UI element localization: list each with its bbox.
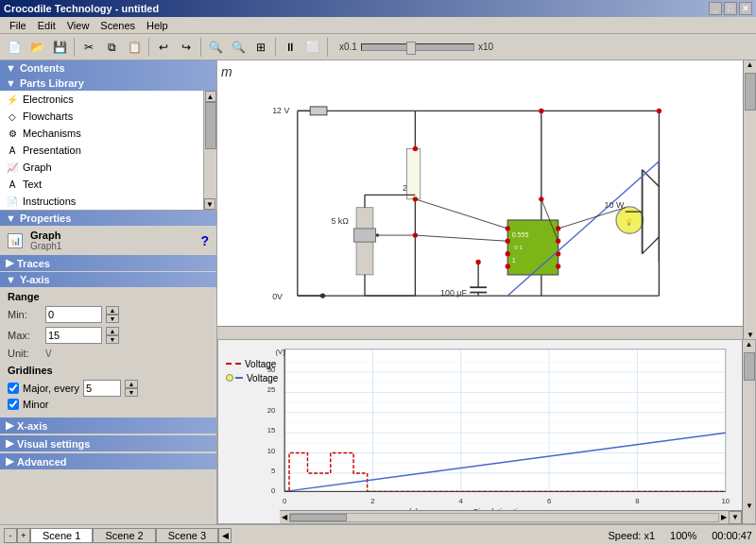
- circuit-hscroll[interactable]: [217, 326, 743, 339]
- graph-vscroll[interactable]: ▲ ▼: [742, 340, 755, 523]
- max-input[interactable]: [45, 327, 102, 344]
- graph-hscroll-right[interactable]: ▶: [719, 513, 729, 521]
- major-value-input[interactable]: [83, 380, 121, 397]
- canvas-area[interactable]: m 12 V: [217, 60, 756, 524]
- scene-tab-1[interactable]: Scene 1: [30, 528, 93, 543]
- scroll-up-btn[interactable]: ▲: [205, 91, 216, 102]
- gridlines-label: Gridlines: [8, 365, 209, 376]
- cut-button[interactable]: ✂: [78, 37, 99, 58]
- min-down-btn[interactable]: ▼: [106, 315, 119, 323]
- visual-settings-section[interactable]: ▶ Visual settings: [0, 435, 216, 451]
- redo-button[interactable]: ↪: [176, 37, 197, 58]
- minor-checkbox[interactable]: [8, 399, 19, 410]
- x-axis-dropdown[interactable]: ▼: [729, 511, 742, 524]
- scene-nav-right[interactable]: ◀: [218, 528, 232, 543]
- electronics-label: Electronics: [23, 94, 74, 105]
- speed-slider[interactable]: [361, 43, 474, 51]
- min-spinner: ▲ ▼: [106, 306, 119, 323]
- paste-button[interactable]: 📋: [124, 37, 145, 58]
- toolbar-separator-4: [275, 38, 276, 57]
- legend-dot-icon: [226, 374, 233, 382]
- menu-help[interactable]: Help: [141, 17, 174, 33]
- major-down-btn[interactable]: ▼: [125, 388, 138, 397]
- zoom-in-button[interactable]: 🔍: [205, 37, 226, 58]
- menu-edit[interactable]: Edit: [32, 17, 61, 33]
- toolbar-separator-3: [200, 38, 201, 57]
- left-panel: ▼ Contents ▼ Parts Library ⚡ Electronics…: [0, 60, 217, 524]
- max-down-btn[interactable]: ▼: [106, 335, 119, 344]
- menu-scenes[interactable]: Scenes: [94, 17, 141, 33]
- library-scrollbar[interactable]: ▲ ▼: [203, 91, 216, 210]
- properties-header: ▼ Properties: [0, 211, 216, 226]
- circuit-scroll-up[interactable]: ▲: [744, 60, 756, 69]
- scene-tab-2[interactable]: Scene 2: [93, 528, 155, 543]
- traces-section-header[interactable]: ▶ Traces: [0, 255, 216, 271]
- graph-hscroll[interactable]: ◀ ▶ ▼: [280, 510, 742, 523]
- maximize-button[interactable]: □: [724, 2, 737, 15]
- library-item-electronics[interactable]: ⚡ Electronics: [0, 91, 216, 108]
- save-button[interactable]: 💾: [49, 37, 70, 58]
- zoom-out-button[interactable]: 🔍: [228, 37, 249, 58]
- run-button[interactable]: ⏸: [280, 37, 301, 58]
- graph-scroll-down[interactable]: ▼: [743, 502, 756, 510]
- svg-text:20: 20: [267, 405, 276, 414]
- x-axis-section[interactable]: ▶ X-axis: [0, 417, 216, 434]
- min-up-btn[interactable]: ▲: [106, 306, 119, 315]
- graph-hscroll-track: [289, 513, 719, 522]
- svg-text:0V: 0V: [272, 292, 283, 301]
- circuit-scroll-down[interactable]: ▼: [744, 331, 756, 339]
- titlebar: Crocodile Technology - untitled _ □ ✕: [0, 0, 756, 17]
- new-button[interactable]: 📄: [4, 37, 25, 58]
- undo-button[interactable]: ↩: [153, 37, 174, 58]
- graph-hscroll-left[interactable]: ◀: [280, 513, 289, 521]
- graph-scroll-up[interactable]: ▲: [743, 340, 755, 349]
- toolbar-separator-2: [148, 38, 149, 57]
- scene-tabs: - + Scene 1 Scene 2 Scene 3 ◀: [4, 528, 232, 543]
- library-item-graph[interactable]: 📈 Graph: [0, 159, 216, 176]
- max-up-btn[interactable]: ▲: [106, 327, 119, 335]
- close-button[interactable]: ✕: [739, 2, 752, 15]
- presentation-icon: A: [6, 144, 19, 157]
- time-status: 00:00:47: [712, 530, 752, 541]
- scene-tab-3[interactable]: Scene 3: [156, 528, 218, 543]
- open-button[interactable]: 📂: [26, 37, 47, 58]
- statusbar: - + Scene 1 Scene 2 Scene 3 ◀ Speed: x1 …: [0, 524, 756, 545]
- library-item-flowcharts[interactable]: ◇ Flowcharts: [0, 108, 216, 125]
- menu-file[interactable]: File: [4, 17, 32, 33]
- library-item-text[interactable]: A Text: [0, 176, 216, 193]
- step-button[interactable]: ⬜: [302, 37, 323, 58]
- advanced-section[interactable]: ▶ Advanced: [0, 453, 216, 469]
- range-label: Range: [8, 291, 209, 302]
- graph-area[interactable]: Voltage Voltage: [217, 339, 756, 524]
- zoom-fit-button[interactable]: ⊞: [250, 37, 271, 58]
- svg-point-40: [506, 251, 510, 256]
- flowcharts-label: Flowcharts: [23, 111, 73, 122]
- graph-scroll-thumb: [744, 352, 755, 381]
- svg-text:(V): (V): [275, 347, 285, 355]
- y-axis-label: Y-axis: [20, 274, 50, 285]
- scene-nav-left[interactable]: -: [4, 528, 17, 543]
- library-item-instructions[interactable]: 📄 Instructions: [0, 193, 216, 210]
- y-axis-arrow: ▼: [6, 274, 16, 285]
- scroll-down-btn[interactable]: ▼: [204, 198, 215, 210]
- circuit-canvas[interactable]: m 12 V: [217, 60, 756, 339]
- svg-text:10: 10: [267, 446, 276, 454]
- props-help-button[interactable]: ?: [200, 233, 209, 248]
- menu-view[interactable]: View: [61, 17, 95, 33]
- library-item-mechanisms[interactable]: ⚙ Mechanisms: [0, 125, 216, 142]
- library-item-presentation[interactable]: A Presentation: [0, 142, 216, 159]
- major-gridlines-row: Major, every ▲ ▼: [8, 380, 209, 397]
- svg-point-22: [376, 233, 380, 237]
- minimize-button[interactable]: _: [709, 2, 722, 15]
- svg-text:4: 4: [459, 497, 464, 505]
- major-checkbox[interactable]: [8, 383, 19, 394]
- unit-label: Unit:: [8, 348, 42, 359]
- copy-button[interactable]: ⧉: [101, 37, 122, 58]
- y-axis-section-header[interactable]: ▼ Y-axis: [0, 272, 216, 287]
- circuit-vscroll[interactable]: ▲ ▼: [743, 60, 756, 339]
- min-row: Min: ▲ ▼: [8, 306, 209, 323]
- svg-point-56: [657, 109, 662, 113]
- min-input[interactable]: [45, 306, 102, 323]
- major-up-btn[interactable]: ▲: [125, 380, 138, 388]
- scene-nav-add[interactable]: +: [17, 528, 30, 543]
